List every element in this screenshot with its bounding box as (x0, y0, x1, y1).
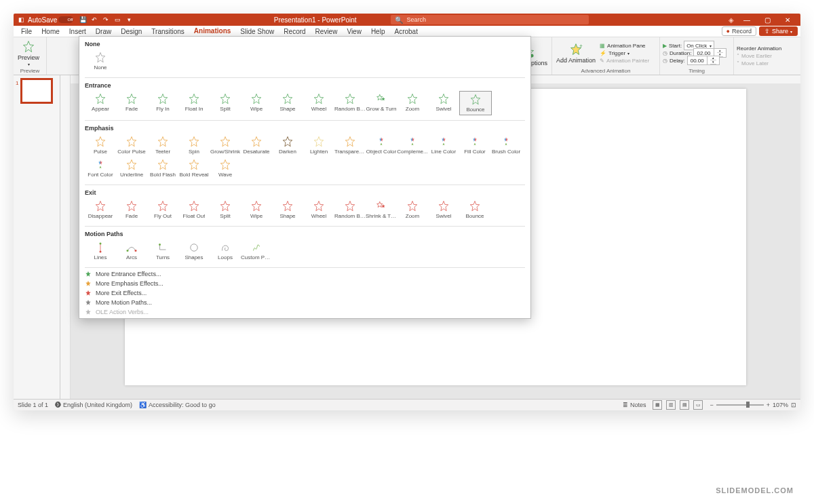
animation-wave[interactable]: Wave (210, 157, 241, 180)
animation-shape[interactable]: Shape (272, 91, 303, 115)
animation-split[interactable]: Split (210, 91, 241, 115)
animation-transparency[interactable]: Transparency (334, 134, 366, 157)
slideshow-view-icon[interactable]: ▭ (693, 400, 703, 410)
animation-pane-button[interactable]: ▦Animation Pane (600, 42, 649, 50)
animation-wheel[interactable]: Wheel (303, 91, 334, 115)
zoom-control[interactable]: − + 107% ⊡ (710, 402, 796, 408)
redo-icon[interactable]: ↷ (101, 15, 111, 24)
menu-tab-design[interactable]: Design (116, 26, 147, 37)
animation-bold-flash[interactable]: Bold Flash (147, 157, 178, 180)
record-button[interactable]: ●Record (722, 26, 756, 36)
animation-wheel[interactable]: Wheel (303, 198, 334, 221)
minimize-button[interactable]: — (737, 14, 757, 26)
fit-icon[interactable]: ⊡ (791, 402, 796, 408)
add-animation-button[interactable]: + Add Animation (555, 41, 597, 65)
animation-zoom[interactable]: Zoom (397, 91, 428, 115)
animation-random-bars[interactable]: Random Bars (334, 198, 366, 221)
animation-grow-turn[interactable]: Grow & Turn (366, 91, 397, 115)
animation-float-in[interactable]: Float In (178, 91, 210, 115)
animation-split[interactable]: Split (210, 198, 241, 221)
more-more-entrance-effects-[interactable]: More Entrance Effects... (85, 269, 525, 279)
animation-darken[interactable]: Darken (272, 134, 303, 157)
sorter-view-icon[interactable]: ▥ (666, 400, 676, 410)
animation-bounce[interactable]: Bounce (459, 198, 490, 221)
animation-line-color[interactable]: Line Color (428, 134, 459, 157)
search-box[interactable]: 🔍 (391, 15, 589, 24)
animation-desaturate[interactable]: Desaturate (241, 134, 272, 157)
menu-tab-review[interactable]: Review (311, 26, 343, 37)
menu-tab-draw[interactable]: Draw (91, 26, 116, 37)
notes-button[interactable]: ≣ Notes (623, 402, 646, 408)
animation-teeter[interactable]: Teeter (147, 134, 178, 157)
animation-zoom[interactable]: Zoom (397, 198, 428, 221)
present-icon[interactable]: ▭ (113, 15, 122, 24)
animation-swivel[interactable]: Swivel (428, 91, 459, 115)
menu-tab-view[interactable]: View (342, 26, 366, 37)
animation-spin[interactable]: Spin (178, 134, 210, 157)
animation-lighten[interactable]: Lighten (303, 134, 334, 157)
animation-pulse[interactable]: Pulse (85, 134, 116, 157)
animation-shapes[interactable]: Shapes (178, 239, 210, 263)
undo-icon[interactable]: ↶ (90, 15, 99, 24)
animation-shrink-tu-[interactable]: Shrink & Tu... (366, 198, 397, 221)
animation-compleme-[interactable]: Compleme... (397, 134, 428, 157)
animation-random-bars[interactable]: Random Bars (334, 91, 366, 115)
accessibility-status[interactable]: ♿Accessibility: Good to go (139, 402, 216, 408)
zoom-in-icon[interactable]: + (767, 402, 770, 408)
menu-tab-help[interactable]: Help (366, 26, 390, 37)
menu-tab-record[interactable]: Record (279, 26, 310, 37)
premium-icon[interactable]: ◈ (729, 16, 734, 24)
menu-tab-home[interactable]: Home (37, 26, 64, 37)
animation-color-pulse[interactable]: Color Pulse (116, 134, 147, 157)
animation-fade[interactable]: Fade (116, 198, 147, 221)
more-more-exit-effects-[interactable]: More Exit Effects... (85, 288, 525, 298)
animation-swivel[interactable]: Swivel (428, 198, 459, 221)
menu-tab-insert[interactable]: Insert (64, 26, 91, 37)
trigger-button[interactable]: ⚡Trigger▾ (600, 50, 649, 57)
animation-custom-path[interactable]: Custom Path (241, 239, 272, 263)
animation-brush-color[interactable]: Brush Color (490, 134, 522, 157)
animation-fade[interactable]: Fade (116, 91, 147, 115)
more-more-motion-paths-[interactable]: More Motion Paths... (85, 298, 525, 307)
animation-float-out[interactable]: Float Out (178, 198, 210, 221)
slide-thumbnail-1[interactable]: 1 (22, 79, 52, 102)
share-button[interactable]: ⇪Share ▾ (759, 26, 798, 36)
animation-loops[interactable]: Loops (210, 239, 241, 263)
animation-lines[interactable]: Lines (85, 239, 116, 263)
animation-fly-in[interactable]: Fly In (147, 91, 178, 115)
language-status[interactable]: 🅓English (United Kingdom) (55, 402, 132, 408)
animation-disappear[interactable]: Disappear (85, 198, 116, 221)
menu-tab-acrobat[interactable]: Acrobat (389, 26, 422, 37)
delay-input[interactable]: 00.00▴▾ (687, 56, 720, 65)
animation-appear[interactable]: Appear (85, 91, 116, 115)
animation-wipe[interactable]: Wipe (241, 198, 272, 221)
save-icon[interactable]: 💾 (78, 15, 88, 24)
animation-grow-shrink[interactable]: Grow/Shrink (210, 134, 241, 157)
zoom-out-icon[interactable]: − (710, 402, 713, 408)
restore-button[interactable]: ▢ (757, 14, 777, 26)
animation-fly-out[interactable]: Fly Out (147, 198, 178, 221)
animation-none[interactable]: None (85, 50, 116, 73)
animation-bold-reveal[interactable]: Bold Reveal (178, 157, 210, 180)
animation-arcs[interactable]: Arcs (116, 239, 147, 263)
menu-tab-transitions[interactable]: Transitions (147, 26, 189, 37)
animation-font-color[interactable]: Font Color (85, 157, 116, 180)
autosave-toggle[interactable]: AutoSave Off (28, 16, 73, 24)
more-qa-icon[interactable]: ▾ (124, 15, 134, 24)
animation-turns[interactable]: Turns (147, 239, 178, 263)
menu-tab-slide-show[interactable]: Slide Show (235, 26, 279, 37)
search-input[interactable] (406, 16, 585, 24)
animation-object-color[interactable]: Object Color (366, 134, 397, 157)
animation-wipe[interactable]: Wipe (241, 91, 272, 115)
more-more-emphasis-effects-[interactable]: More Emphasis Effects... (85, 279, 525, 288)
menu-tab-file[interactable]: File (16, 26, 37, 37)
animation-bounce[interactable]: Bounce (459, 91, 492, 115)
animation-underline[interactable]: Underline (116, 157, 147, 180)
zoom-slider[interactable] (716, 404, 764, 406)
slide-number-status[interactable]: Slide 1 of 1 (18, 402, 48, 408)
close-button[interactable]: ✕ (777, 14, 798, 26)
reading-view-icon[interactable]: ▤ (680, 400, 689, 410)
preview-button[interactable]: Preview ▾ (16, 39, 41, 68)
zoom-value[interactable]: 107% (773, 402, 788, 408)
animation-shape[interactable]: Shape (272, 198, 303, 221)
